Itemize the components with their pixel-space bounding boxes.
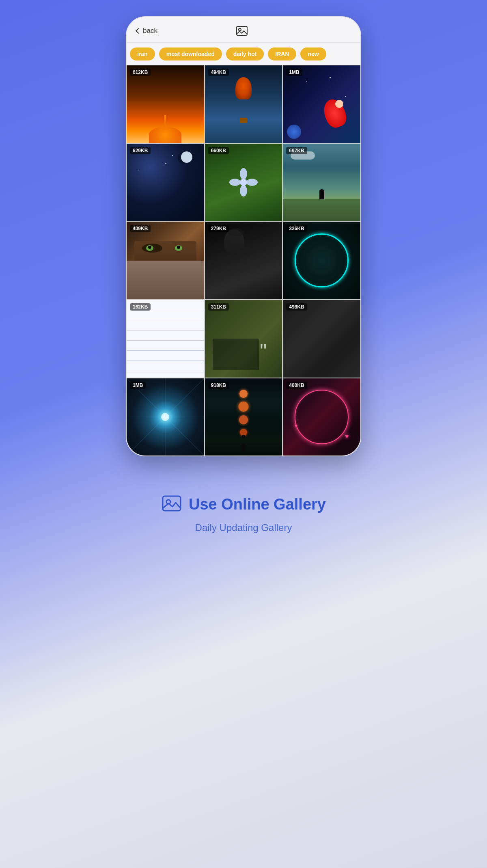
gallery-item[interactable]: 162KB (127, 300, 204, 378)
size-badge: 311KB (208, 303, 229, 311)
tab-most-downloaded[interactable]: most downloaded (159, 48, 222, 60)
gallery-item[interactable]: 612KB (127, 65, 204, 143)
gallery-item[interactable]: 1MB (127, 378, 204, 456)
gallery-item[interactable]: 409KB (127, 222, 204, 299)
gallery-grid: 612KB 494KB 1MB (127, 65, 360, 456)
gallery-item[interactable]: 279KB (205, 222, 282, 299)
bottom-subtitle: Daily Updating Gallery (195, 522, 292, 533)
bottom-section: Use Online Gallery Daily Updating Galler… (0, 473, 487, 558)
neon-circle-ring (295, 233, 349, 287)
svg-point-1 (239, 28, 241, 31)
back-button[interactable]: back (136, 27, 157, 35)
size-badge: 1MB (130, 382, 146, 389)
gallery-bottom-icon (161, 493, 182, 516)
tab-iran2[interactable]: IRAN (268, 48, 296, 60)
size-badge: 918KB (208, 382, 229, 389)
gallery-header-icon (235, 24, 248, 37)
size-badge: 162KB (130, 303, 151, 311)
tabs-row: iran most downloaded daily hot IRAN new (127, 43, 360, 65)
neon-pink-ring (295, 390, 349, 444)
size-badge: 612KB (130, 69, 151, 76)
size-badge: 660KB (208, 147, 229, 154)
gallery-item[interactable]: 629KB (127, 144, 204, 221)
gallery-item[interactable]: " 311KB (205, 300, 282, 378)
size-badge: 494KB (208, 69, 229, 76)
size-badge: 400KB (286, 382, 307, 389)
bottom-title-text: Use Online Gallery (189, 496, 326, 513)
gallery-item[interactable]: 498KB (283, 300, 360, 378)
phone-header: back (127, 17, 360, 43)
size-badge: 629KB (130, 147, 151, 154)
tab-daily-hot[interactable]: daily hot (226, 48, 264, 60)
back-label: back (143, 27, 157, 35)
size-badge: 279KB (208, 225, 229, 232)
svg-rect-0 (237, 26, 247, 35)
size-badge: 409KB (130, 225, 151, 232)
size-badge: 1MB (286, 69, 302, 76)
chevron-left-icon (136, 28, 141, 34)
gallery-item[interactable]: 918KB (205, 378, 282, 456)
gallery-item[interactable]: 326KB (283, 222, 360, 299)
size-badge: 326KB (286, 225, 307, 232)
tab-new[interactable]: new (300, 48, 326, 60)
size-badge: 498KB (286, 303, 307, 311)
gallery-item[interactable]: ♥ ♥ 400KB (283, 378, 360, 456)
gallery-item[interactable]: 697KB (283, 144, 360, 221)
size-badge: 697KB (286, 147, 307, 154)
phone-wrapper: back iran most downloaded daily hot IRAN… (126, 16, 361, 456)
svg-rect-2 (163, 496, 181, 511)
gallery-item[interactable]: 1MB (283, 65, 360, 143)
gallery-item[interactable]: 660KB (205, 144, 282, 221)
quote-mark-icon: " (260, 340, 267, 362)
gallery-item[interactable]: 494KB (205, 65, 282, 143)
bottom-title-row: Use Online Gallery (161, 493, 326, 516)
tab-iran[interactable]: iran (130, 48, 155, 60)
